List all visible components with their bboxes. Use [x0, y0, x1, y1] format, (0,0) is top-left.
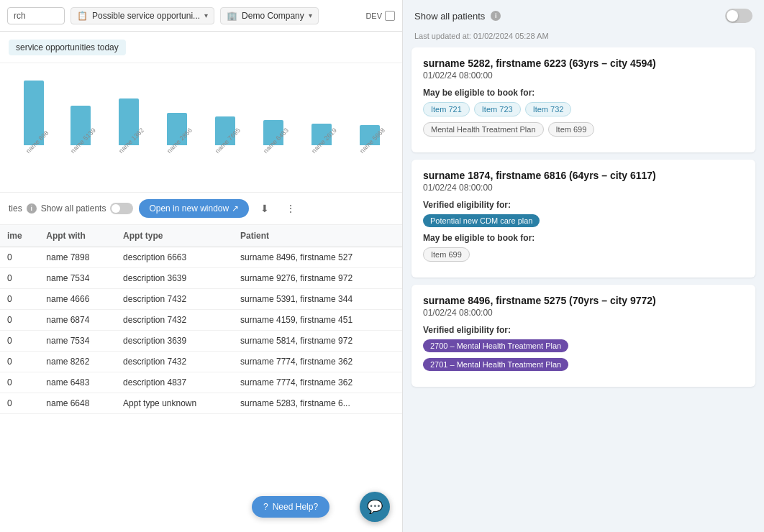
patient-date-2: 01/02/24 08:00:00 [423, 183, 744, 193]
table-cell: 0 [0, 247, 39, 268]
table-cell: description 7432 [116, 310, 233, 331]
show-all-patients-container: Show all patients i [414, 11, 501, 22]
tag-2701[interactable]: 2701 – Mental Health Treatment Plan [423, 358, 568, 371]
chart-bars: name 898name 5139name 1382name 2856name … [7, 70, 395, 157]
table-cell: 0 [0, 372, 39, 393]
tag-item699-2[interactable]: Item 699 [423, 247, 470, 262]
company-icon: 🏢 [227, 11, 237, 21]
chart-area: name 898name 5139name 1382name 2856name … [0, 63, 402, 193]
table-cell: name 4666 [39, 289, 116, 310]
dev-checkbox[interactable] [385, 11, 395, 21]
patient-date-1: 01/02/24 08:00:00 [423, 70, 744, 81]
table-cell: 0 [0, 352, 39, 372]
tag-2700[interactable]: 2700 – Mental Health Treatment Plan [423, 339, 568, 352]
search-text: rch [14, 11, 26, 21]
table-cell: description 6663 [116, 247, 233, 268]
tag-item721[interactable]: Item 721 [423, 102, 470, 116]
table-cell: 0 [0, 289, 39, 310]
tag-item723[interactable]: Item 723 [474, 102, 521, 116]
table-cell: name 7898 [39, 247, 116, 268]
report-icon: 📋 [77, 11, 88, 21]
table-cell: surname 5391, firstname 344 [233, 289, 402, 310]
table-cell: surname 8496, firstname 527 [233, 247, 402, 268]
table-cell: description 3639 [116, 268, 233, 289]
table-cell: surname 9276, firstname 972 [233, 268, 402, 289]
tags-2b: Item 699 [423, 247, 744, 262]
table-cell: surname 4159, firstname 451 [233, 310, 402, 331]
bar-group: name 6648 [396, 127, 402, 157]
tag-cdm-care[interactable]: Potential new CDM care plan [423, 214, 540, 227]
more-options-button[interactable]: ⋮ [281, 198, 301, 219]
table-header-cell: Patient [233, 225, 402, 247]
need-help-label: Need Help? [273, 502, 318, 512]
table-row[interactable]: 0name 4666description 7432surname 5391, … [0, 289, 402, 310]
chevron-down-icon: ▾ [204, 12, 208, 19]
bar-group: name 7695 [204, 116, 246, 157]
verified-label-2: Verified eligibility for: [423, 200, 744, 210]
breadcrumb-reports-label: Possible service opportuni... [92, 11, 200, 21]
table-header-cell: ime [0, 225, 39, 247]
bar-group: name 6483 [252, 120, 294, 157]
show-all-patients-text: Show all patients [414, 11, 485, 22]
opportunities-header: service opportunities today [0, 32, 402, 63]
bar-group: name 898 [14, 81, 53, 157]
table-row[interactable]: 0name 7534description 3639surname 9276, … [0, 268, 402, 289]
table-controls: ties i Show all patients Open in new win… [0, 193, 402, 225]
table-cell: description 4837 [116, 372, 233, 393]
chat-fab-button[interactable]: 💬 [360, 492, 390, 522]
table-cell: surname 5283, firstname 6... [233, 393, 402, 414]
tags-1: Item 721 Item 723 Item 732 [423, 102, 744, 116]
table-header-cell: Appt type [116, 225, 233, 247]
table-cell: description 7432 [116, 352, 233, 372]
table-row[interactable]: 0name 8262description 7432surname 7774, … [0, 352, 402, 372]
table-cell: name 7534 [39, 268, 116, 289]
tags-1b: Mental Health Treatment Plan Item 699 [423, 122, 744, 137]
table-cell: 0 [0, 331, 39, 352]
may-eligible-label-2: May be eligible to book for: [423, 233, 744, 243]
right-header: Show all patients i [403, 0, 764, 32]
breadcrumb-reports[interactable]: 📋 Possible service opportuni... ▾ [71, 7, 214, 24]
tag-mental-health[interactable]: Mental Health Treatment Plan [423, 122, 544, 137]
need-help-button[interactable]: ? Need Help? [252, 496, 329, 518]
patient-card-1: surname 5282, firstname 6223 (63yrs – ci… [411, 47, 755, 152]
patients-list: surname 5282, firstname 6223 (63yrs – ci… [403, 47, 764, 532]
show-all-patients-toggle[interactable] [725, 9, 752, 23]
right-panel: Show all patients i Last updated at: 01/… [403, 0, 764, 532]
table-section: ties i Show all patients Open in new win… [0, 193, 402, 532]
table-row[interactable]: 0name 6874description 7432surname 4159, … [0, 310, 402, 331]
table-header-cell: Appt with [39, 225, 116, 247]
table-row[interactable]: 0name 6483description 4837surname 7774, … [0, 372, 402, 393]
table-header-row: imeAppt withAppt typePatient [0, 225, 402, 247]
search-box[interactable]: rch [7, 7, 65, 24]
patient-date-3: 01/02/24 08:00:00 [423, 308, 744, 318]
dev-label: DEV [365, 12, 382, 20]
table-cell: surname 5814, firstname 972 [233, 331, 402, 352]
download-button[interactable]: ⬇ [255, 198, 275, 219]
breadcrumb-company[interactable]: 🏢 Demo Company ▾ [220, 7, 319, 24]
info-icon-right: i [491, 11, 501, 21]
open-new-window-label: Open in new window [149, 203, 229, 214]
table-row[interactable]: 0name 7898description 6663surname 8496, … [0, 247, 402, 268]
table-cell: 0 [0, 310, 39, 331]
patient-name-1: surname 5282, firstname 6223 (63yrs – ci… [423, 58, 744, 69]
patient-card-3: surname 8496, firstname 5275 (70yrs – ci… [411, 285, 755, 387]
table-cell: description 3639 [116, 331, 233, 352]
table-ties-label: ties [9, 203, 22, 214]
tag-item699-1[interactable]: Item 699 [548, 122, 595, 137]
table-cell: description 7432 [116, 289, 233, 310]
chat-icon: 💬 [367, 499, 383, 515]
toggle-knob [112, 204, 120, 213]
may-eligible-label-1: May be eligible to book for: [423, 88, 744, 98]
tag-item732[interactable]: Item 732 [525, 102, 572, 116]
info-icon: i [27, 203, 37, 214]
toggle-knob-lg [727, 10, 738, 22]
table-row[interactable]: 0name 6648Appt type unknownsurname 5283,… [0, 393, 402, 414]
breadcrumb-company-label: Demo Company [242, 11, 304, 21]
table-row[interactable]: 0name 7534description 3639surname 5814, … [0, 331, 402, 352]
table-cell: surname 7774, firstname 362 [233, 352, 402, 372]
open-new-window-button[interactable]: Open in new window ↗ [139, 199, 249, 218]
last-updated: Last updated at: 01/02/2024 05:28 AM [403, 32, 764, 47]
show-all-toggle[interactable] [110, 203, 133, 214]
table-cell: name 6874 [39, 310, 116, 331]
show-all-patients-label: Show all patients [41, 203, 106, 214]
